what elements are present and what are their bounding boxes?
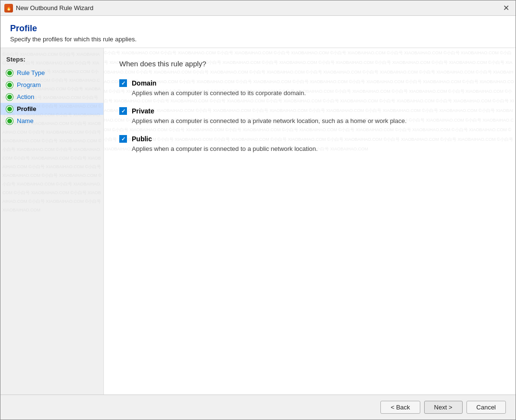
checkbox-check-public: ✓: [121, 136, 126, 142]
next-button[interactable]: Next >: [424, 401, 463, 414]
steps-label: Steps:: [0, 54, 103, 67]
page-title: Profile: [10, 24, 506, 34]
watermark-overlay: ©小白号 XIAOBAIHAO.COM ©小白号 XIAOBAIHAO.COM …: [104, 48, 516, 395]
option-block-domain: ✓ Domain Applies when a computer is conn…: [119, 79, 500, 98]
page-subtitle: Specify the profiles for which this rule…: [10, 36, 506, 43]
close-button[interactable]: ✕: [500, 2, 512, 14]
wizard-window: 🔥 New Outbound Rule Wizard ✕ Profile Spe…: [0, 0, 516, 420]
rule-question: When does this rule apply?: [119, 60, 500, 68]
step-dot-action: [6, 94, 13, 100]
option-desc-public: Applies when a computer is connected to …: [132, 145, 500, 153]
option-header-private: ✓ Private: [119, 107, 500, 115]
sidebar-item-label-rule-type: Rule Type: [17, 69, 45, 76]
checkbox-check-domain: ✓: [121, 80, 126, 86]
sidebar-item-profile[interactable]: Profile: [0, 103, 103, 115]
sidebar-item-program[interactable]: Program: [0, 79, 103, 91]
sidebar-item-name[interactable]: Name: [0, 115, 103, 127]
option-label-domain: Domain: [132, 79, 156, 87]
option-desc-domain: Applies when a computer is connected to …: [132, 89, 500, 98]
option-header-domain: ✓ Domain: [119, 79, 500, 87]
step-dot-rule-type: [6, 70, 13, 76]
main-body: Steps: Rule Type Program Action Profile: [0, 48, 516, 395]
window-title: New Outbound Rule Wizard: [16, 4, 500, 12]
right-panel: ©小白号 XIAOBAIHAO.COM ©小白号 XIAOBAIHAO.COM …: [104, 48, 516, 395]
option-header-public: ✓ Public: [119, 135, 500, 143]
app-icon: 🔥: [4, 4, 13, 12]
back-button[interactable]: < Back: [380, 401, 420, 414]
option-block-public: ✓ Public Applies when a computer is conn…: [119, 135, 500, 153]
sidebar-item-rule-type[interactable]: Rule Type: [0, 67, 103, 79]
step-dot-profile: [6, 106, 13, 112]
checkbox-domain[interactable]: ✓: [119, 79, 127, 87]
sidebar-item-label-profile: Profile: [17, 105, 36, 112]
cancel-button[interactable]: Cancel: [466, 401, 506, 414]
header-section: Profile Specify the profiles for which t…: [0, 16, 516, 48]
sidebar-item-label-program: Program: [17, 81, 41, 88]
content-area: Profile Specify the profiles for which t…: [0, 16, 516, 395]
option-label-public: Public: [132, 135, 152, 143]
option-desc-private: Applies when a computer is connected to …: [132, 117, 500, 125]
checkbox-check-private: ✓: [121, 108, 126, 114]
option-block-private: ✓ Private Applies when a computer is con…: [119, 107, 500, 125]
sidebar-item-label-name: Name: [17, 117, 34, 124]
title-bar: 🔥 New Outbound Rule Wizard ✕: [0, 0, 516, 16]
sidebar-item-label-action: Action: [17, 93, 34, 100]
checkbox-private[interactable]: ✓: [119, 107, 127, 115]
checkbox-public[interactable]: ✓: [119, 135, 127, 143]
footer: < Back Next > Cancel: [0, 395, 516, 420]
sidebar-item-action[interactable]: Action: [0, 91, 103, 103]
option-label-private: Private: [132, 107, 154, 115]
step-dot-name: [6, 118, 13, 124]
sidebar: Steps: Rule Type Program Action Profile: [0, 48, 104, 395]
step-dot-program: [6, 82, 13, 88]
